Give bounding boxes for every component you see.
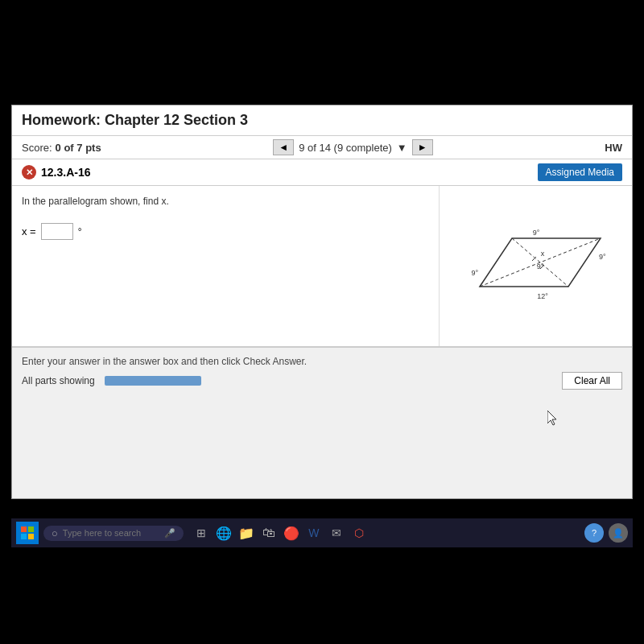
search-circle-icon: ○ xyxy=(52,527,58,539)
store-icon[interactable]: 🛍 xyxy=(259,523,279,543)
prev-button[interactable]: ◄ xyxy=(273,139,294,155)
svg-text:9°: 9° xyxy=(599,253,606,261)
task-view-icon[interactable]: ⊞ xyxy=(192,523,211,543)
taskbar-right: ? 👤 xyxy=(584,523,628,543)
assigned-media-button[interactable]: Assigned Media xyxy=(538,163,622,181)
explorer-icon[interactable]: 📁 xyxy=(237,523,256,543)
windows-icon xyxy=(21,526,34,539)
incorrect-icon: ✕ xyxy=(22,165,36,180)
app-icon[interactable]: ⬡ xyxy=(349,523,369,543)
score-label: Score: xyxy=(22,142,52,154)
svg-text:9°: 9° xyxy=(532,229,539,237)
dropdown-arrow[interactable]: ▼ xyxy=(397,142,407,154)
mail-icon[interactable]: ✉ xyxy=(327,523,346,543)
microphone-icon: 🎤 xyxy=(164,528,175,539)
diagram-area: 9° x 9° 9° 9° 12° xyxy=(439,186,632,346)
svg-rect-14 xyxy=(28,534,34,539)
user-icon[interactable]: 👤 xyxy=(609,523,628,543)
help-icon[interactable]: ? xyxy=(584,523,604,543)
nav-controls: ◄ 9 of 14 (9 complete) ▼ ► xyxy=(273,139,432,155)
parallelogram-diagram: 9° x 9° 9° 9° 12° xyxy=(456,214,617,319)
svg-rect-12 xyxy=(28,526,34,532)
word-icon[interactable]: W xyxy=(304,523,324,543)
title-bar: Homework: Chapter 12 Section 3 xyxy=(12,105,632,136)
taskbar: ○ 🎤 ⊞ 🌐 📁 🛍 🔴 W ✉ ⬡ ? 👤 xyxy=(11,518,633,547)
hw-label: HW xyxy=(605,142,622,154)
question-id: ✕ 12.3.A-16 xyxy=(22,165,90,180)
footer-area: Enter your answer in the answer box and … xyxy=(12,347,632,398)
all-parts-row: All parts showing Clear All xyxy=(22,372,622,390)
problem-text-area: In the parallelogram shown, find x. x = … xyxy=(12,186,439,346)
score-value: 0 of 7 pts xyxy=(56,142,101,154)
screen: Homework: Chapter 12 Section 3 Score: 0 … xyxy=(11,105,633,499)
enter-answer-text: Enter your answer in the answer box and … xyxy=(22,356,622,367)
page-title: Homework: Chapter 12 Section 3 xyxy=(22,112,622,129)
search-input[interactable] xyxy=(63,528,159,538)
answer-input[interactable] xyxy=(41,223,73,240)
answer-row: x = ° xyxy=(22,223,429,240)
svg-rect-13 xyxy=(21,534,27,539)
chrome-icon[interactable]: 🔴 xyxy=(282,523,301,543)
degree-label: ° xyxy=(78,226,82,237)
start-button[interactable] xyxy=(16,522,39,544)
score-bar: Score: 0 of 7 pts ◄ 9 of 14 (9 complete)… xyxy=(12,136,632,159)
question-number: 12.3.A-16 xyxy=(41,166,90,179)
assigned-media-label: Assigned Media xyxy=(546,167,614,178)
edge-icon[interactable]: 🌐 xyxy=(214,523,233,543)
next-button[interactable]: ► xyxy=(412,139,433,155)
content-area: In the parallelogram shown, find x. x = … xyxy=(12,186,632,347)
progress-bar xyxy=(105,376,201,386)
answer-prefix: x = xyxy=(22,225,36,237)
taskbar-icons: ⊞ 🌐 📁 🛍 🔴 W ✉ ⬡ xyxy=(192,523,369,543)
svg-text:12°: 12° xyxy=(537,292,548,300)
clear-all-button[interactable]: Clear All xyxy=(562,372,622,390)
svg-rect-11 xyxy=(21,526,27,532)
svg-text:9°: 9° xyxy=(471,269,478,277)
search-bar[interactable]: ○ 🎤 xyxy=(43,526,184,541)
svg-text:x: x xyxy=(540,250,544,258)
problem-statement: In the parallelogram shown, find x. xyxy=(22,196,429,207)
all-parts-label: All parts showing xyxy=(22,375,95,386)
progress-text: 9 of 14 (9 complete) xyxy=(299,142,392,154)
question-bar: ✕ 12.3.A-16 Assigned Media xyxy=(12,159,632,186)
